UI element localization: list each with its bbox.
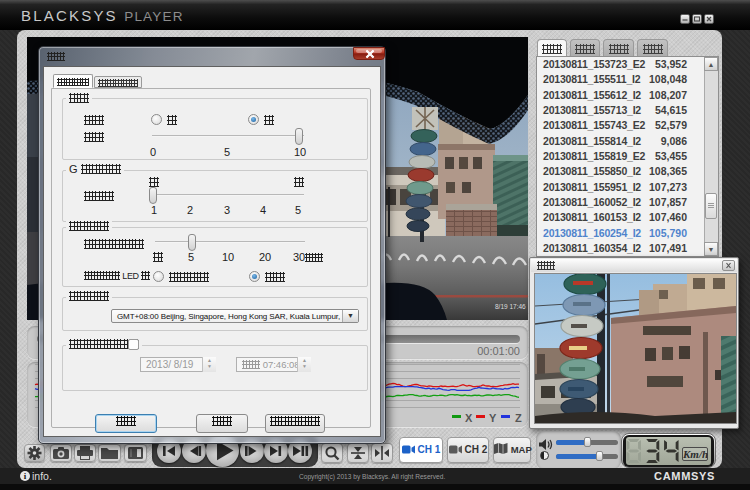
svg-text:X: X [465,412,473,424]
svg-text:8/19 17:46: 8/19 17:46 [495,303,526,310]
svg-text:Z: Z [515,412,522,424]
svg-text:Y: Y [489,412,497,424]
